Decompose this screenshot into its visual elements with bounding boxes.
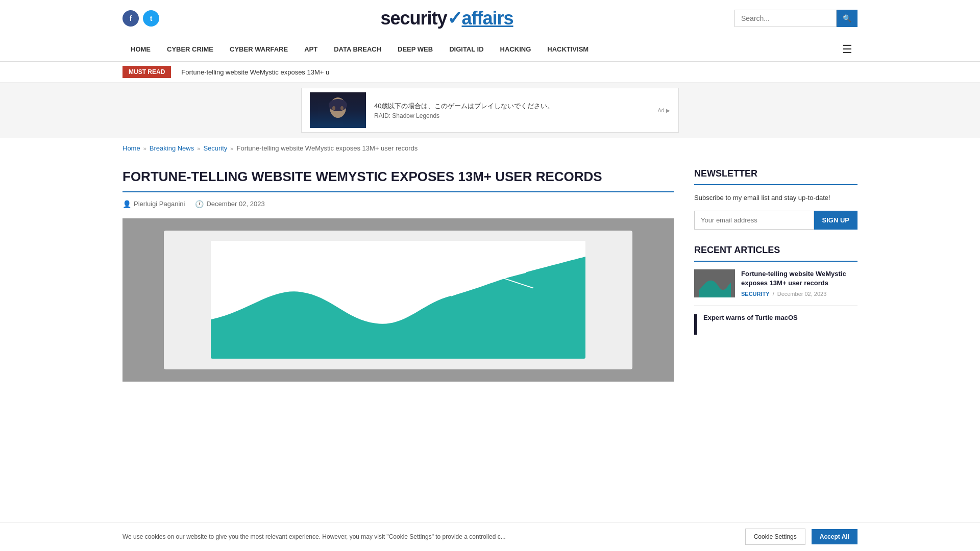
clock-icon: 🕐 — [195, 200, 204, 208]
ad-banner: 40歳以下の場合は、このゲームはプレイしないでください。 RAID: Shado… — [0, 83, 980, 138]
nav-cyber-crime[interactable]: CYBER CRIME — [159, 37, 222, 61]
must-read-badge: MUST READ — [122, 66, 171, 78]
list-item: Expert warns of Turtle macOS — [694, 313, 857, 342]
nav-data-breach[interactable]: DATA BREACH — [326, 37, 389, 61]
search-area: 🔍 — [734, 10, 857, 27]
breadcrumb-breaking-news[interactable]: Breaking News — [150, 144, 194, 152]
meta-date: December 02, 2023 — [777, 291, 827, 297]
nav-home[interactable]: HOME — [122, 37, 159, 61]
signup-button[interactable]: SIGN UP — [814, 211, 857, 230]
article-info-2: Expert warns of Turtle macOS — [703, 313, 798, 335]
article-thumb — [694, 269, 735, 297]
svg-point-2 — [332, 106, 335, 110]
breadcrumb-sep-3: » — [230, 145, 233, 152]
ad-text: 40歳以下の場合は、このゲームはプレイしないでください。 RAID: Shado… — [374, 102, 650, 119]
breadcrumb-sep-1: » — [143, 145, 146, 152]
main-layout: FORTUNE-TELLING WEBSITE WEMYSTIC EXPOSES… — [0, 158, 980, 443]
search-input[interactable] — [734, 10, 837, 27]
ad-image — [310, 92, 366, 128]
article-author: 👤 Pierluigi Paganini — [122, 200, 185, 208]
social-icons: f t — [122, 10, 159, 27]
header: f t security✓affairs 🔍 — [0, 0, 980, 37]
teal-wave-chart — [211, 241, 585, 359]
hamburger-icon[interactable]: ☰ — [837, 38, 857, 61]
email-input[interactable] — [694, 211, 814, 230]
logo-checkmark: ✓ — [447, 8, 462, 29]
ad-label: Ad — [658, 108, 664, 113]
breadcrumb: Home » Breaking News » Security » Fortun… — [0, 138, 980, 158]
newsletter-title: NEWSLETTER — [694, 168, 857, 185]
newsletter-description: Subscribe to my email list and stay up-t… — [694, 193, 857, 203]
nav-apt[interactable]: APT — [296, 37, 326, 61]
nav-digital-id[interactable]: DIGITAL ID — [441, 37, 492, 61]
nav-deep-web[interactable]: DEEP WEB — [389, 37, 441, 61]
author-name: Pierluigi Paganini — [134, 200, 185, 208]
twitter-icon[interactable]: t — [143, 10, 159, 27]
ad-icons: Ad ▶ — [658, 108, 670, 113]
list-item: Fortune-telling website WeMystic exposes… — [694, 269, 857, 306]
article-date: 🕐 December 02, 2023 — [195, 200, 264, 208]
nav-hacktivism[interactable]: HACKTIVISM — [539, 37, 597, 61]
ticker-bar: MUST READ Fortune-telling website WeMyst… — [0, 62, 980, 83]
ticker-text: Fortune-telling website WeMystic exposes… — [181, 68, 329, 76]
breadcrumb-home[interactable]: Home — [122, 144, 140, 152]
main-nav: HOME CYBER CRIME CYBER WARFARE APT DATA … — [0, 37, 980, 62]
ad-face-svg — [323, 95, 353, 126]
article-title: FORTUNE-TELLING WEBSITE WEMYSTIC EXPOSES… — [122, 168, 674, 192]
article-info-title[interactable]: Fortune-telling website WeMystic exposes… — [741, 269, 857, 288]
recent-articles-section: RECENT ARTICLES Fortune-telling website … — [694, 245, 857, 342]
article-info-meta: SECURITY / December 02, 2023 — [741, 291, 857, 297]
newsletter-section: NEWSLETTER Subscribe to my email list an… — [694, 168, 857, 230]
newsletter-form: SIGN UP — [694, 211, 857, 230]
nav-cyber-warfare[interactable]: CYBER WARFARE — [222, 37, 296, 61]
sidebar: NEWSLETTER Subscribe to my email list an… — [694, 168, 857, 382]
article-main: FORTUNE-TELLING WEBSITE WEMYSTIC EXPOSES… — [122, 168, 674, 382]
article-info: Fortune-telling website WeMystic exposes… — [741, 269, 857, 297]
logo-security: security — [380, 8, 447, 29]
svg-point-1 — [329, 99, 347, 111]
meta-sep: / — [773, 291, 774, 297]
article-info-title-2[interactable]: Expert warns of Turtle macOS — [703, 313, 798, 322]
ad-title: 40歳以下の場合は、このゲームはプレイしないでください。 — [374, 102, 650, 111]
breadcrumb-security[interactable]: Security — [203, 144, 227, 152]
ad-info-icon[interactable]: ▶ — [666, 108, 670, 113]
ad-subtitle: RAID: Shadow Legends — [374, 112, 650, 119]
author-icon: 👤 — [122, 200, 131, 208]
recent-articles-title: RECENT ARTICLES — [694, 245, 857, 262]
thumb-svg — [694, 269, 735, 297]
date-text: December 02, 2023 — [206, 200, 264, 208]
svg-point-3 — [340, 106, 344, 110]
category-tag[interactable]: SECURITY — [741, 291, 770, 297]
logo-affairs: affairs — [462, 8, 513, 29]
breadcrumb-current: Fortune-telling website WeMystic exposes… — [236, 144, 418, 152]
nav-links: HOME CYBER CRIME CYBER WARFARE APT DATA … — [122, 37, 597, 61]
breadcrumb-sep-2: » — [197, 145, 200, 152]
facebook-icon[interactable]: f — [122, 10, 139, 27]
article-image — [122, 218, 674, 382]
article-bar — [694, 314, 697, 335]
article-meta: 👤 Pierluigi Paganini 🕐 December 02, 2023 — [122, 200, 674, 208]
logo[interactable]: security✓affairs — [380, 8, 513, 29]
nav-hacking[interactable]: HACKING — [492, 37, 540, 61]
search-button[interactable]: 🔍 — [837, 10, 857, 27]
